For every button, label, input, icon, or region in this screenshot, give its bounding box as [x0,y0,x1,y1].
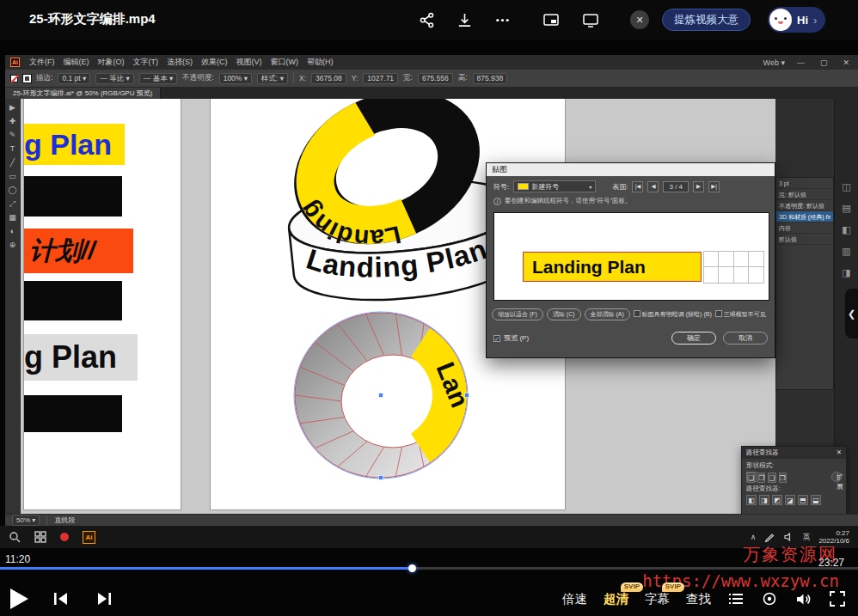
pathfinder-icon[interactable]: ◩ [772,495,782,505]
y-field[interactable]: 1027.71 [363,73,398,84]
tool-icon[interactable]: ◐ [10,228,15,235]
window-maximize-button[interactable]: ▢ [817,58,831,67]
appearance-row[interactable]: 3 pt [776,178,833,189]
tool-icon[interactable]: ⊕ [9,241,16,249]
symbol-dropdown[interactable]: 新建符号 ▾ [513,180,596,192]
tool-icon[interactable]: ✎ [9,131,16,139]
stroke-swatch[interactable] [23,75,31,82]
play-button[interactable] [10,589,28,609]
quality-button[interactable]: 超清 SVIP [604,591,628,607]
subtitle-button[interactable]: 字幕 SVIP [645,591,670,607]
workspace-switcher[interactable]: Web ▾ [763,58,785,67]
appearance-row[interactable]: 混: 默认值 [776,189,833,200]
tool-icon[interactable]: ╱ [10,159,15,167]
width-field[interactable]: 675.556 [418,73,453,84]
shape-mode-icon[interactable]: ❑ [768,473,775,483]
menu-item[interactable]: 文件(F) [25,57,59,68]
fx-badge[interactable]: fx [826,211,830,222]
shape-mode-icon[interactable]: ❒ [779,473,787,483]
black-bar[interactable] [24,176,122,217]
fill-swatch[interactable] [10,75,18,82]
window-close-button[interactable]: ✕ [839,58,853,67]
prev-surface-button[interactable]: ◀ [647,181,659,192]
pen-tray-icon[interactable] [764,532,775,542]
appearance-row[interactable]: 默认值 [776,234,833,245]
first-surface-button[interactable]: |◀ [632,181,643,192]
settings-icon[interactable] [761,590,778,607]
search-in-video-button[interactable]: 查找 [686,591,711,607]
language-indicator[interactable]: 英 [802,532,810,543]
next-episode-icon[interactable] [94,589,114,609]
dialog-title[interactable]: 贴图 [487,163,775,176]
picture-in-picture-icon[interactable] [541,9,561,30]
black-bar[interactable] [24,395,122,432]
zoom-level[interactable]: 50% ▾ [12,515,40,526]
last-surface-button[interactable]: ▶| [708,181,720,192]
pathfinder-icon[interactable]: ⬓ [811,495,821,505]
playlist-icon[interactable] [727,590,745,607]
more-options-icon[interactable] [492,9,512,30]
tool-icon[interactable]: T [10,145,15,153]
cast-screen-icon[interactable] [580,9,601,30]
share-icon[interactable] [416,9,437,30]
mapped-symbol[interactable]: Landing Plan [524,253,701,281]
tool-icon[interactable]: ▭ [9,173,16,180]
text-art-gray[interactable]: g Plan [24,334,138,381]
menu-item[interactable]: 视图(V) [232,57,267,68]
tool-icon[interactable]: ✚ [9,118,16,125]
stroke-profile-dropdown[interactable]: — 等比 ▾ [95,73,134,84]
illustrator-taskbar-icon[interactable]: Ai [83,531,95,544]
canvas-area[interactable]: g Plan 计划// g Plan [21,99,858,514]
progress-bar[interactable] [0,567,858,570]
shape-mode-icon[interactable]: ❏ [747,473,755,483]
previous-episode-icon[interactable] [51,589,71,609]
menu-item[interactable]: 窗口(W) [267,57,303,68]
text-art-yellow-blue[interactable]: g Plan [24,124,125,165]
ok-button[interactable]: 确定 [671,332,716,345]
panel-icon[interactable]: ▤ [842,203,850,214]
clear-button[interactable]: 清除 (C) [547,308,581,320]
opacity-field[interactable]: 100% ▾ [219,73,252,84]
menu-item[interactable]: 文字(T) [129,57,163,68]
recording-indicator-icon[interactable] [60,533,69,541]
volume-tray-icon[interactable] [783,532,794,542]
download-icon[interactable] [454,9,475,30]
stroke-weight-field[interactable]: 0.1 pt ▾ [58,73,90,84]
close-icon[interactable]: ✕ [630,10,649,29]
window-minimize-button[interactable]: — [794,58,808,67]
menu-item[interactable]: 效果(C) [197,57,232,68]
next-surface-button[interactable]: ▶ [693,181,704,192]
shade-artwork-checkbox[interactable]: 贴图具有明暗调 (较暗) (B) [634,310,712,319]
map-preview-area[interactable]: Landing Plan [493,212,769,301]
playback-speed-button[interactable]: 倍速 [562,591,587,607]
pathfinder-icon[interactable]: ◧ [746,495,757,505]
summarize-video-button[interactable]: 提炼视频大意 [662,9,751,31]
tool-icon[interactable]: ▶ [9,104,15,112]
side-drawer-toggle[interactable]: ❮ [845,289,858,338]
shape-mode-icon[interactable]: ❐ [757,473,765,483]
tool-icon[interactable]: ▦ [9,214,16,222]
menu-item[interactable]: 帮助(H) [303,57,338,68]
black-bar[interactable] [24,281,122,320]
tool-icon[interactable]: ◯ [8,186,16,194]
panel-icon[interactable]: ◨ [842,267,850,278]
appearance-row-selected[interactable]: 3D 和材质 (经典)fx [776,211,833,223]
pathfinder-icon[interactable]: ◨ [759,495,769,505]
pathfinder-icon[interactable]: ⬒ [798,495,808,505]
style-dropdown[interactable]: 样式: ▾ [257,73,288,84]
fullscreen-icon[interactable] [829,590,846,607]
tool-icon[interactable]: ⤢ [9,200,15,208]
menu-item[interactable]: 选择(S) [162,57,197,68]
menu-item[interactable]: 编辑(E) [59,57,94,68]
panel-icon[interactable]: ◫ [842,181,850,192]
panel-icon[interactable]: ▥ [842,246,850,257]
user-account-button[interactable]: Hi › [768,7,825,33]
ring-bottom[interactable]: Lan [294,312,475,479]
scale-to-fit-button[interactable]: 缩放以适合 (F) [492,308,543,320]
clear-all-button[interactable]: 全部清除 (A) [585,308,630,320]
appearance-row[interactable]: 不透明度: 默认值 [776,200,833,211]
height-field[interactable]: 875.938 [473,73,508,84]
tray-expand-icon[interactable]: ∧ [751,533,757,541]
brush-dropdown[interactable]: — 基本 ▾ [139,73,178,84]
task-view-icon[interactable] [34,531,46,543]
